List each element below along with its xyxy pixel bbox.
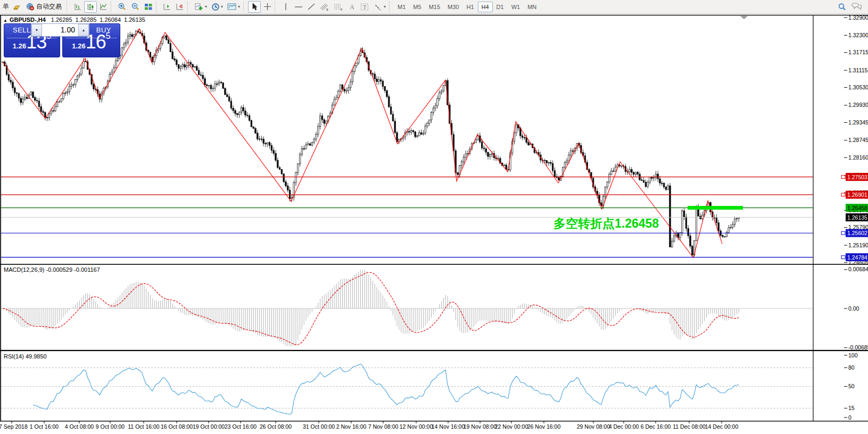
- chart-ohlc-header: ▲GBPUSD-,H41.262851.262851.260841.26135: [3, 16, 148, 23]
- chart-shift-button[interactable]: [173, 1, 186, 13]
- volume-increase-button[interactable]: ▲: [78, 24, 89, 36]
- svg-text:100: 100: [848, 352, 858, 358]
- timeframe-h4-button[interactable]: H4: [478, 2, 493, 12]
- pane-separator[interactable]: [0, 421, 868, 421]
- svg-text:1.26458: 1.26458: [847, 205, 867, 211]
- svg-text:15: 15: [848, 405, 855, 411]
- volume-decrease-button[interactable]: ▼: [31, 24, 42, 36]
- search-icon[interactable]: [836, 1, 849, 13]
- svg-text:1.31715: 1.31715: [848, 49, 868, 55]
- toolbar-separator: [156, 2, 160, 12]
- svg-text:14 Dec 00:00: 14 Dec 00:00: [705, 423, 739, 430]
- svg-text:23 Oct 16:00: 23 Oct 16:00: [225, 423, 257, 430]
- svg-text:4 Dec 00:00: 4 Dec 00:00: [609, 423, 639, 430]
- svg-text:1.25190: 1.25190: [848, 242, 868, 248]
- zoom-in-button[interactable]: [115, 1, 129, 13]
- symbol-direction-icon: ▲: [3, 18, 7, 23]
- chevron-down-icon: ▾: [238, 4, 240, 9]
- svg-text:1.31115: 1.31115: [848, 67, 868, 73]
- svg-text:1.27503: 1.27503: [847, 174, 867, 180]
- text-label-tool-button[interactable]: T: [358, 1, 371, 13]
- timeframe-d1-button[interactable]: D1: [493, 2, 508, 12]
- pane-separator[interactable]: [0, 264, 868, 265]
- ohlc-high: 1.26285: [76, 16, 97, 23]
- rsi-label: RSI(14) 49.9850: [4, 353, 47, 360]
- pane-separator[interactable]: [0, 350, 868, 351]
- indicators-button[interactable]: ▾: [192, 1, 209, 13]
- periods-button[interactable]: ▾: [209, 1, 225, 13]
- svg-text:F: F: [341, 8, 343, 11]
- timeframe-m30-button[interactable]: M30: [444, 2, 462, 12]
- svg-text:4 Oct 08:00: 4 Oct 08:00: [65, 423, 94, 430]
- volume-input[interactable]: 1.00: [42, 24, 78, 36]
- svg-text:1.32300: 1.32300: [848, 32, 868, 38]
- svg-text:27 Sep 2018: 27 Sep 2018: [0, 423, 28, 430]
- svg-text:2 Nov 16:00: 2 Nov 16:00: [336, 423, 367, 430]
- auto-trading-label: 自动交易: [36, 2, 62, 11]
- auto-trading-button[interactable]: 自动交易: [24, 1, 65, 13]
- ohlc-open: 1.26285: [51, 16, 72, 23]
- svg-text:1.26901: 1.26901: [847, 191, 867, 198]
- buy-price-pip: 5: [106, 31, 111, 40]
- svg-text:1 Oct 16:00: 1 Oct 16:00: [30, 423, 59, 430]
- svg-text:1.28160: 1.28160: [848, 154, 868, 161]
- svg-text:29 Nov 08:00: 29 Nov 08:00: [577, 423, 610, 430]
- svg-text:A: A: [350, 3, 354, 11]
- chat-icon[interactable]: [849, 1, 864, 13]
- svg-text:T: T: [363, 4, 367, 10]
- svg-text:14 Nov 16:00: 14 Nov 16:00: [432, 423, 465, 430]
- one-click-trading-panel: SELL 1.26135 BUY 1.26165 ▼ 1.00 ▲: [4, 23, 120, 59]
- arrows-tool-button[interactable]: ▾: [371, 1, 388, 13]
- timeframe-m15-button[interactable]: M15: [425, 2, 444, 12]
- toolbar-separator: [187, 2, 191, 12]
- fibonacci-tool-button[interactable]: F: [332, 1, 345, 13]
- svg-text:12 Nov 00:00: 12 Nov 00:00: [400, 423, 433, 430]
- svg-text:26 Nov 16:00: 26 Nov 16:00: [527, 423, 561, 430]
- chart-surface[interactable]: 多空转折点1.264581.329001.323001.317151.31115…: [0, 0, 868, 434]
- svg-text:1.30530: 1.30530: [848, 84, 868, 90]
- line-chart-mode-button[interactable]: [97, 1, 110, 13]
- chevron-down-icon: ▾: [205, 4, 207, 9]
- timeframe-m1-button[interactable]: M1: [394, 2, 409, 12]
- bar-chart-mode-button[interactable]: [71, 1, 84, 13]
- text-tool-button[interactable]: A: [345, 1, 358, 13]
- svg-text:6 Dec 16:00: 6 Dec 16:00: [641, 423, 671, 430]
- auto-scroll-button[interactable]: [161, 1, 173, 13]
- ohlc-low: 1.26084: [100, 16, 121, 23]
- timeframe-h1-button[interactable]: H1: [462, 2, 477, 12]
- templates-button[interactable]: ▾: [225, 1, 242, 13]
- zoom-out-button[interactable]: [129, 1, 142, 13]
- symbol-label: GBPUSD-,H4: [10, 16, 46, 23]
- svg-text:7 Nov 08:00: 7 Nov 08:00: [368, 423, 399, 430]
- svg-text:1.26135: 1.26135: [847, 214, 867, 221]
- chevron-down-icon: ▾: [221, 4, 223, 9]
- toolbar-separator: [243, 2, 247, 12]
- horizontal-line-tool-button[interactable]: [292, 1, 305, 13]
- tile-windows-button[interactable]: [142, 1, 155, 13]
- trendline-tool-button[interactable]: [305, 1, 318, 13]
- toolbar-separator: [389, 2, 393, 12]
- svg-text:19 Oct 00:00: 19 Oct 00:00: [193, 423, 225, 430]
- svg-text:1.29930: 1.29930: [848, 102, 868, 108]
- svg-text:1.32900: 1.32900: [848, 14, 868, 21]
- gold-bar-icon[interactable]: [11, 1, 24, 13]
- crosshair-tool-button[interactable]: [261, 1, 274, 13]
- pane-separator[interactable]: [0, 15, 868, 15]
- new-order-label[interactable]: 单: [3, 2, 9, 11]
- cursor-tool-button[interactable]: [248, 1, 261, 13]
- candlestick-mode-button[interactable]: [84, 1, 97, 13]
- mt4-window: 单 自动交易: [0, 0, 868, 434]
- toolbar: 单 自动交易: [0, 0, 868, 14]
- svg-text:1.29345: 1.29345: [848, 119, 868, 126]
- timeframe-m5-button[interactable]: M5: [409, 2, 425, 12]
- sell-price-prefix: 1.26: [13, 42, 26, 50]
- timeframe-mn-button[interactable]: MN: [524, 2, 540, 12]
- svg-text:1.24784: 1.24784: [847, 254, 867, 261]
- turning-point-highlight[interactable]: [688, 206, 743, 210]
- svg-text:19 Nov 08:00: 19 Nov 08:00: [464, 423, 497, 430]
- svg-text:26 Oct 08:00: 26 Oct 08:00: [260, 423, 292, 430]
- vertical-line-tool-button[interactable]: [279, 1, 292, 13]
- svg-text:50: 50: [848, 383, 855, 389]
- timeframe-w1-button[interactable]: W1: [508, 2, 524, 12]
- channel-tool-button[interactable]: E: [318, 1, 332, 13]
